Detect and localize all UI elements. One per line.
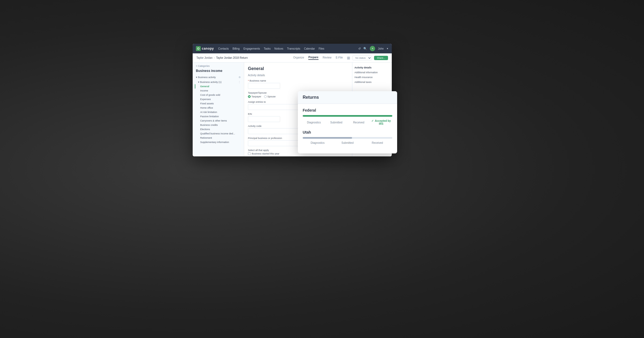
business-name-input[interactable] (248, 83, 280, 89)
checkmark-icon: ✓ (371, 119, 374, 122)
nav-notices[interactable]: Notices (274, 47, 283, 50)
nav-billing[interactable]: Billing (232, 47, 240, 50)
sidebar-item-fixed-assets[interactable]: Fixed assets (195, 101, 244, 106)
sidebar-item-carryovers[interactable]: Carryovers & other items (195, 119, 244, 123)
user-label[interactable]: John (378, 47, 384, 50)
right-panel-additional-taxes[interactable]: Additional taxes (354, 80, 390, 84)
federal-progress-bar-fill (303, 115, 392, 117)
canopy-logo-icon (196, 46, 201, 51)
federal-title: Federal (303, 108, 392, 112)
federal-steps: Diagnostics Submitted Received ✓ Accepte… (303, 119, 392, 125)
utah-received-label: Received (372, 141, 383, 144)
utah-return-section: Utah Diagnostics Submitted Received (303, 130, 392, 144)
utah-diagnostics: Diagnostics (303, 141, 332, 144)
nav-engagements[interactable]: Engagements (243, 47, 260, 50)
sidebar-item-elections[interactable]: Elections (195, 127, 244, 131)
more-options-icon[interactable]: ⋮ (238, 80, 241, 83)
returns-popup-title: Returns (303, 95, 392, 100)
tab-review[interactable]: Review (323, 56, 332, 60)
sidebar-subgroup-label: ▾ Business activity (1) (198, 81, 222, 83)
form-group-business-name: * Business name (248, 79, 348, 89)
add-button[interactable]: + (370, 46, 375, 51)
nav-files[interactable]: Files (319, 47, 324, 50)
sidebar-category-title: Business income (193, 68, 244, 75)
returns-popup: Returns Federal Diagnostics Submitted Re… (298, 91, 397, 153)
breadcrumb-bar: Taylor Jordan › Taylor Jordan 2018 Retur… (193, 53, 392, 63)
form-title: General (248, 66, 348, 71)
breadcrumb-tabs: Organize Prepare Review E-File (293, 56, 343, 60)
utah-diagnostics-label: Diagnostics (311, 141, 325, 144)
utah-title: Utah (303, 130, 392, 134)
sidebar-item-cogs[interactable]: Cost of goods sold (195, 93, 244, 97)
breadcrumb-right: ⊞ No status Share... (347, 56, 388, 60)
business-name-label: * Business name (248, 79, 348, 82)
federal-received-label: Received (353, 121, 364, 124)
spouse-label: Spouse (268, 95, 276, 98)
right-panel-activity-details[interactable]: Activity details (354, 65, 390, 70)
federal-accepted: ✓ Accepted by IRS (370, 119, 393, 125)
tab-efile[interactable]: E-File (336, 56, 343, 60)
returns-popup-content: Federal Diagnostics Submitted Received ✓… (298, 104, 397, 153)
tab-organize[interactable]: Organize (293, 56, 304, 60)
utah-received: Received (363, 141, 392, 144)
compare-icon[interactable]: ⊞ (347, 56, 350, 60)
federal-received: Received (347, 121, 370, 124)
form-subtitle: Activity details (248, 74, 348, 77)
nav-right: ↺ 🔍 + John ▼ (358, 46, 389, 51)
sidebar-item-home-office[interactable]: Home office (195, 106, 244, 110)
nav-contacts[interactable]: Contacts (218, 47, 229, 50)
right-panel-health-insurance[interactable]: Health insurance (354, 75, 390, 80)
taxpayer-radio-option[interactable]: Taxpayer (248, 95, 261, 98)
ein-input[interactable] (248, 116, 280, 122)
utah-submitted: Submitted (332, 141, 362, 144)
sidebar-item-at-risk[interactable]: At risk limitation (195, 110, 244, 114)
sidebar-item-qbi[interactable]: Qualified business income ded... (195, 131, 244, 136)
breadcrumb-current: Taylor Jordan 2018 Return (216, 56, 248, 59)
nav-tasks[interactable]: Tasks (264, 47, 271, 50)
sidebar-item-expenses[interactable]: Expenses (195, 97, 244, 101)
history-icon[interactable]: ↺ (358, 47, 361, 50)
sidebar-item-income[interactable]: Income (195, 89, 244, 93)
taxpayer-label: Taxpayer (251, 95, 261, 98)
sidebar-item-business-credits[interactable]: Business credits (195, 123, 244, 127)
nav-transcripts[interactable]: Transcripts (287, 47, 300, 50)
right-panel-additional-info[interactable]: Additional information (354, 70, 390, 75)
sidebar-subgroup-header[interactable]: ▾ Business activity (1) ⋮ (195, 80, 244, 84)
spouse-radio-option[interactable]: Spouse (264, 95, 276, 98)
federal-diagnostics-label: Diagnostics (307, 121, 321, 124)
sidebar-item-general[interactable]: General (195, 84, 244, 89)
nav-logo-text: canopy (202, 47, 214, 50)
federal-submitted: Submitted (325, 121, 348, 124)
returns-popup-header: Returns (298, 91, 397, 104)
sidebar-group-label: ▾ Business activity (196, 76, 216, 79)
federal-accepted-label: Accepted by IRS (375, 119, 391, 125)
required-marker: * (248, 79, 250, 82)
federal-submitted-label: Submitted (330, 121, 342, 124)
sidebar-group-business-activity: ▾ Business activity ⚙ ▾ Business activit… (193, 75, 244, 144)
sidebar-item-supplementary[interactable]: Supplementary information (195, 140, 244, 144)
sidebar-back-button[interactable]: < Categories (193, 63, 244, 68)
spouse-radio-button[interactable] (264, 95, 267, 98)
top-nav: canopy Contacts Billing Engagements Task… (193, 44, 392, 53)
sidebar-subgroup: ▾ Business activity (1) ⋮ General Income… (193, 80, 244, 144)
sidebar-item-passive[interactable]: Passive limitation (195, 114, 244, 119)
business-started-checkbox-box[interactable] (248, 152, 251, 155)
utah-progress-bar-container (303, 137, 392, 139)
federal-diagnostics: Diagnostics (303, 121, 325, 124)
status-select[interactable]: No status (352, 56, 372, 60)
search-icon[interactable]: 🔍 (363, 47, 367, 50)
breadcrumb-parent[interactable]: Taylor Jordan (196, 56, 213, 59)
nav-calendar[interactable]: Calendar (304, 47, 315, 50)
tab-prepare[interactable]: Prepare (308, 56, 318, 60)
utah-progress-bar-fill (303, 137, 352, 139)
federal-return-section: Federal Diagnostics Submitted Received ✓… (303, 108, 392, 125)
sidebar-item-retirement[interactable]: Retirement (195, 136, 244, 140)
taxpayer-radio-button[interactable] (248, 95, 251, 98)
user-chevron-icon: ▼ (386, 47, 389, 50)
gear-icon[interactable]: ⚙ (239, 76, 241, 79)
federal-progress-bar-container (303, 115, 392, 117)
nav-items: Contacts Billing Engagements Tasks Notic… (218, 47, 358, 50)
share-button[interactable]: Share... (374, 56, 388, 60)
utah-steps: Diagnostics Submitted Received (303, 141, 392, 144)
sidebar-group-header[interactable]: ▾ Business activity ⚙ (193, 75, 244, 80)
